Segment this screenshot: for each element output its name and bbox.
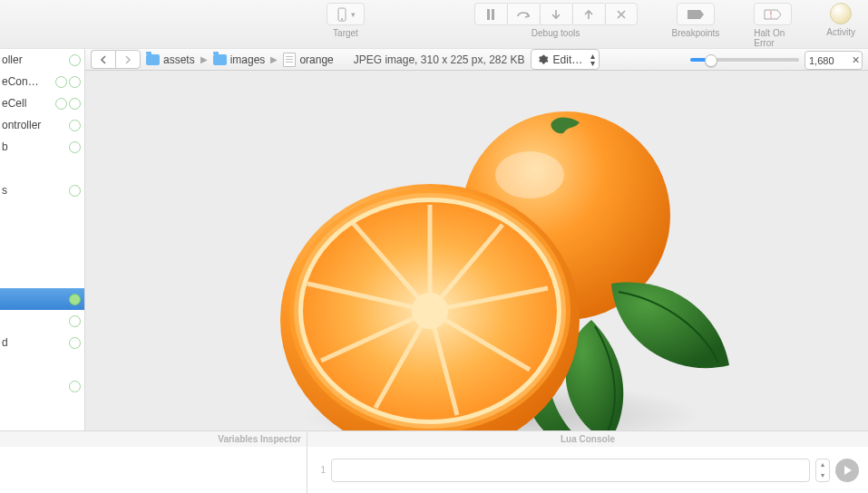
sidebar-item-label: oller [2,53,69,66]
activity-group: Activity [826,3,855,37]
sidebar-item[interactable] [0,223,84,245]
sidebar-item-label: eCon… [2,75,55,88]
pause-button[interactable] [474,3,506,25]
path-bar: assets ▶ images ▶ orange JPEG image, 310… [85,49,868,71]
nav-back-button[interactable] [91,50,115,69]
halt-on-error-button[interactable]: ! [754,3,792,25]
zoom-field: ✕ [805,51,863,68]
status-dots [55,76,81,88]
sidebar-item[interactable] [0,375,84,397]
zoom-slider-knob[interactable] [705,54,717,67]
image-file-icon [283,53,296,67]
status-dots [69,185,81,197]
chevron-up-icon: ▴ [816,459,829,470]
sidebar-item[interactable]: eCon… [0,71,84,92]
sidebar-item-label: eCell [2,97,55,110]
top-toolbar: ▾ Target Debug tools Breakpoints [0,0,868,49]
status-dots [69,141,81,153]
folder-icon [213,54,227,65]
chevron-down-icon: ▾ [816,470,829,481]
halt-group: ! Halt On Error [754,3,792,48]
sidebar-item[interactable] [0,245,84,266]
orange-image [230,89,738,430]
sidebar-item-label: b [2,140,69,153]
zoom-clear-icon[interactable]: ✕ [852,53,860,65]
breadcrumb-orange[interactable]: orange [283,53,333,67]
console-input[interactable] [331,459,810,482]
breadcrumb-separator-icon: ▶ [200,54,208,64]
sidebar-item[interactable] [0,288,84,310]
sidebar-item[interactable] [0,201,84,223]
breakpoints-caption: Breakpoints [672,28,720,38]
sidebar-item-label: ontroller [2,119,69,131]
sidebar-item[interactable]: d [0,332,84,353]
sidebar-item[interactable]: oller [0,49,84,71]
folder-icon [146,54,160,65]
status-dots [69,294,81,305]
debug-tools-caption: Debug tools [532,28,580,38]
chevron-updown-icon: ▴▾ [590,53,595,67]
breadcrumb-label: images [230,53,266,66]
console-line-number: 1 [317,465,326,475]
step-over-button[interactable] [507,3,539,25]
file-meta: JPEG image, 310 x 225 px, 282 KB [354,53,525,66]
console-history-stepper[interactable]: ▴ ▾ [815,459,830,482]
svg-point-1 [341,18,343,20]
nav-back-forward [91,50,141,69]
project-sidebar: ollereCon…eCellontrollerbsd [0,49,85,430]
sidebar-item[interactable]: ontroller [0,114,84,136]
lua-console-caption: Lua Console [307,431,868,447]
nav-forward-button[interactable] [115,50,141,69]
edit-with-select[interactable]: Edit… ▴▾ [531,49,600,70]
sidebar-item-label: d [2,336,69,349]
gear-icon [537,53,549,65]
svg-rect-2 [487,9,490,20]
target-button[interactable]: ▾ [327,3,365,25]
image-canvas[interactable] [85,71,868,430]
svg-point-21 [495,151,564,198]
breadcrumb-label: assets [163,53,195,66]
breadcrumb-images[interactable]: images [213,53,266,66]
breadcrumb-separator-icon: ▶ [270,54,278,64]
sidebar-list[interactable]: ollereCon…eCellontrollerbsd [0,49,84,397]
lua-console-panel: Lua Console 1 ▴ ▾ [307,431,868,493]
activity-indicator [830,3,852,24]
status-dots [69,315,81,327]
sidebar-item[interactable] [0,266,84,288]
sidebar-item[interactable] [0,353,84,375]
halt-caption: Halt On Error [754,28,792,48]
svg-rect-3 [492,9,494,20]
svg-text:!: ! [770,10,773,20]
breadcrumb-label: orange [299,53,333,66]
sidebar-item[interactable] [0,158,84,179]
status-dots [69,54,81,66]
zoom-slider[interactable] [690,58,799,62]
debug-tools-group: Debug tools [474,3,638,38]
sidebar-item[interactable]: s [0,179,84,201]
status-dots [69,120,81,131]
breakpoints-button[interactable] [677,3,715,25]
breadcrumb-assets[interactable]: assets [146,53,195,66]
console-run-button[interactable] [835,459,859,482]
breakpoints-group: Breakpoints [672,3,720,38]
status-dots [69,381,81,392]
stop-button[interactable] [605,3,638,25]
target-group: ▾ Target [327,3,365,38]
variables-inspector-panel: Variables Inspector [0,431,307,493]
step-into-button[interactable] [540,3,571,25]
edit-label: Edit… [553,53,583,66]
status-dots [69,337,81,349]
main-area: assets ▶ images ▶ orange JPEG image, 310… [85,49,868,430]
activity-caption: Activity [826,27,855,37]
sidebar-item[interactable]: b [0,136,84,158]
step-out-button[interactable] [572,3,604,25]
target-caption: Target [333,28,358,38]
status-dots [55,98,81,110]
zoom-controls: ✕ [690,51,863,68]
bottom-panels: Variables Inspector Lua Console 1 ▴ ▾ [0,430,868,493]
sidebar-item-label: s [2,184,69,197]
sidebar-item[interactable]: eCell [0,92,84,114]
sidebar-item[interactable] [0,310,84,332]
variables-inspector-caption: Variables Inspector [0,431,307,447]
